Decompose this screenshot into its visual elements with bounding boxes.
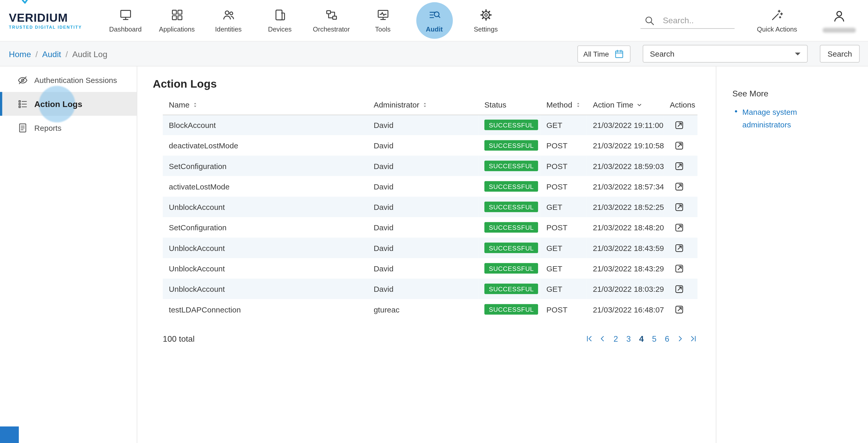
search-button[interactable]: Search xyxy=(820,45,860,63)
table-footer: 100 total 23456 xyxy=(163,334,698,343)
sidebar-item-action-logs[interactable]: Action Logs xyxy=(0,92,137,116)
column-header-method[interactable]: Method xyxy=(540,97,587,115)
sort-desc-icon xyxy=(636,101,643,109)
view-log-details-button[interactable] xyxy=(674,181,685,192)
column-header-name[interactable]: Name xyxy=(163,97,368,115)
view-log-details-button[interactable] xyxy=(674,242,685,254)
view-log-details-button[interactable] xyxy=(674,119,685,130)
actions-cell xyxy=(664,258,698,278)
tools-icon xyxy=(376,8,389,21)
breadcrumb: Home/Audit/Audit Log xyxy=(9,49,107,58)
view-log-details-button[interactable] xyxy=(674,304,685,315)
search-filter-select[interactable]: Search xyxy=(643,45,808,63)
user-menu[interactable] xyxy=(823,8,856,32)
status-cell: SUCCESSFUL xyxy=(478,238,540,258)
nav-item-dashboard[interactable]: Dashboard xyxy=(100,5,151,36)
sidebar-item-reports[interactable]: Reports xyxy=(0,116,137,140)
status-badge: SUCCESSFUL xyxy=(485,243,538,253)
top-right-tools: Quick Actions xyxy=(641,8,856,33)
global-search-input[interactable] xyxy=(663,16,725,25)
action-logs-table: NameAdministratorStatusMethodAction Time… xyxy=(163,97,698,320)
actions-cell xyxy=(664,135,698,156)
quick-actions-button[interactable]: Quick Actions xyxy=(757,8,797,33)
bottom-left-corner-tab[interactable] xyxy=(0,426,19,443)
table-row: UnblockAccountDavidSUCCESSFULGET21/03/20… xyxy=(163,197,698,217)
status-cell: SUCCESSFUL xyxy=(478,197,540,217)
action-time-cell: 21/03/2022 18:43:59 xyxy=(587,238,664,258)
pagination: 23456 xyxy=(585,334,698,343)
status-badge: SUCCESSFUL xyxy=(485,120,538,130)
method-cell: POST xyxy=(540,217,587,238)
pagination-first-icon xyxy=(585,334,594,343)
page-button-2[interactable]: 2 xyxy=(612,334,620,343)
view-log-details-button[interactable] xyxy=(674,160,685,171)
nav-item-devices[interactable]: Devices xyxy=(254,5,306,36)
main-nav: DashboardApplicationsIdentitiesDevicesOr… xyxy=(100,5,512,36)
audit-log-page: VERIDIUM TRUSTED DIGITAL IDENTITY Dashbo… xyxy=(0,0,868,443)
action-time-cell: 21/03/2022 18:03:29 xyxy=(587,278,664,299)
manage-system-administrators-link[interactable]: Manage system administrators xyxy=(742,108,797,129)
status-cell: SUCCESSFUL xyxy=(478,176,540,197)
status-badge: SUCCESSFUL xyxy=(485,140,538,151)
nav-item-orchestrator[interactable]: Orchestrator xyxy=(306,5,357,36)
view-log-details-button[interactable] xyxy=(674,283,685,294)
page-button-4[interactable]: 4 xyxy=(638,334,646,343)
nav-item-identities[interactable]: Identities xyxy=(203,5,254,36)
status-cell: SUCCESSFUL xyxy=(478,156,540,176)
page-button-3[interactable]: 3 xyxy=(625,334,632,343)
last-page-button[interactable] xyxy=(689,334,698,343)
devices-icon xyxy=(273,8,286,21)
nav-item-tools[interactable]: Tools xyxy=(357,5,408,36)
prev-page-button[interactable] xyxy=(598,334,607,343)
name-cell: UnblockAccount xyxy=(163,258,368,278)
column-header-administrator[interactable]: Administrator xyxy=(368,97,478,115)
administrator-cell: David xyxy=(368,238,478,258)
audit-icon xyxy=(428,8,441,21)
global-search[interactable] xyxy=(641,12,735,28)
time-range-label: All Time xyxy=(583,50,609,58)
settings-icon xyxy=(479,8,492,21)
search-filter-value: Search xyxy=(650,49,675,58)
column-header-actions: Actions xyxy=(664,97,698,115)
method-cell: GET xyxy=(540,115,587,135)
table-row: BlockAccountDavidSUCCESSFULGET21/03/2022… xyxy=(163,115,698,135)
view-log-details-button[interactable] xyxy=(674,222,685,233)
nav-item-settings[interactable]: Settings xyxy=(460,5,512,36)
next-page-button[interactable] xyxy=(676,334,684,343)
status-badge: SUCCESSFUL xyxy=(485,284,538,294)
nav-item-applications[interactable]: Applications xyxy=(151,5,203,36)
view-log-details-button[interactable] xyxy=(674,263,685,274)
breadcrumb-home[interactable]: Home xyxy=(9,49,31,58)
veridium-logo[interactable]: VERIDIUM TRUSTED DIGITAL IDENTITY xyxy=(9,11,93,30)
breadcrumb-audit[interactable]: Audit xyxy=(42,49,61,58)
filter-group: All Time Search Search xyxy=(577,45,860,63)
action-time-cell: 21/03/2022 18:43:29 xyxy=(587,258,664,278)
table-row: UnblockAccountDavidSUCCESSFULGET21/03/20… xyxy=(163,238,698,258)
view-log-details-button[interactable] xyxy=(674,201,685,212)
sidebar-item-authentication-sessions[interactable]: Authentication Sessions xyxy=(0,68,137,92)
status-cell: SUCCESSFUL xyxy=(478,299,540,320)
sort-toggle-icon xyxy=(192,101,198,109)
page-button-5[interactable]: 5 xyxy=(650,334,658,343)
orchestrator-icon xyxy=(325,8,338,21)
column-header-action-time[interactable]: Action Time xyxy=(587,97,664,115)
brand-name: VERIDIUM xyxy=(9,11,93,23)
breadcrumb-separator: / xyxy=(66,49,68,58)
action-time-cell: 21/03/2022 18:57:34 xyxy=(587,176,664,197)
first-page-button[interactable] xyxy=(585,334,594,343)
calendar-icon xyxy=(614,49,624,59)
nav-item-audit[interactable]: Audit xyxy=(408,5,460,36)
view-log-details-button[interactable] xyxy=(674,140,685,151)
administrator-cell: David xyxy=(368,258,478,278)
actions-cell xyxy=(664,217,698,238)
total-count: 100 total xyxy=(163,334,194,343)
time-range-filter-button[interactable]: All Time xyxy=(577,45,630,62)
name-cell: BlockAccount xyxy=(163,115,368,135)
administrator-cell: David xyxy=(368,156,478,176)
chevron-down-icon xyxy=(795,53,800,55)
status-badge: SUCCESSFUL xyxy=(485,263,538,274)
page-button-6[interactable]: 6 xyxy=(663,334,671,343)
administrator-cell: David xyxy=(368,115,478,135)
method-cell: GET xyxy=(540,258,587,278)
see-more-list: Manage system administrators xyxy=(742,105,868,131)
